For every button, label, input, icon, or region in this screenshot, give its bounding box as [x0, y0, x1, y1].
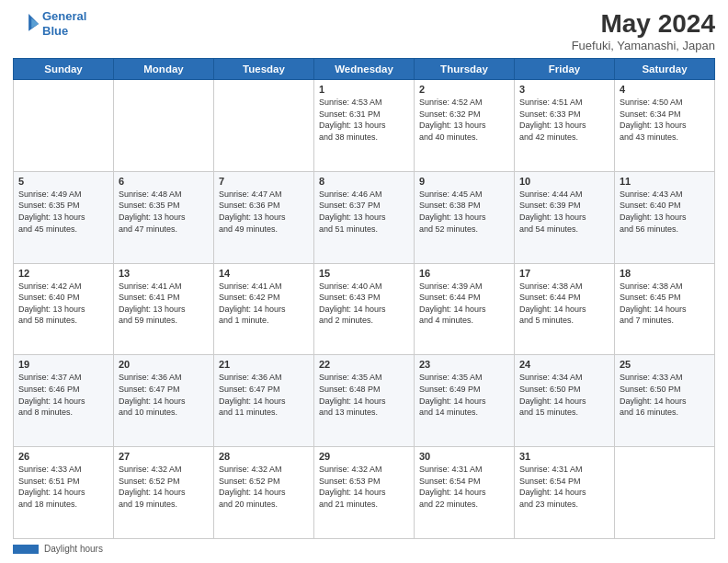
weekday-saturday: Saturday [615, 59, 715, 80]
day-number: 17 [519, 268, 609, 279]
day-info: Sunrise: 4:35 AM Sunset: 6:49 PM Dayligh… [419, 372, 509, 418]
day-number: 7 [219, 176, 309, 187]
day-info: Sunrise: 4:48 AM Sunset: 6:35 PM Dayligh… [119, 189, 209, 235]
day-info: Sunrise: 4:44 AM Sunset: 6:39 PM Dayligh… [519, 189, 609, 235]
calendar-cell: 16Sunrise: 4:39 AM Sunset: 6:44 PM Dayli… [415, 263, 515, 355]
day-number: 30 [419, 451, 509, 462]
day-info: Sunrise: 4:53 AM Sunset: 6:31 PM Dayligh… [319, 97, 409, 143]
day-info: Sunrise: 4:41 AM Sunset: 6:42 PM Dayligh… [219, 281, 309, 327]
calendar-cell: 27Sunrise: 4:32 AM Sunset: 6:52 PM Dayli… [114, 447, 214, 539]
calendar-cell [615, 447, 715, 539]
calendar-cell: 9Sunrise: 4:45 AM Sunset: 6:38 PM Daylig… [415, 171, 515, 263]
day-info: Sunrise: 4:43 AM Sunset: 6:40 PM Dayligh… [620, 189, 710, 235]
calendar-cell: 20Sunrise: 4:36 AM Sunset: 6:47 PM Dayli… [114, 355, 214, 447]
calendar-cell: 26Sunrise: 4:33 AM Sunset: 6:51 PM Dayli… [14, 447, 114, 539]
calendar-cell: 1Sunrise: 4:53 AM Sunset: 6:31 PM Daylig… [314, 80, 415, 172]
calendar-cell: 13Sunrise: 4:41 AM Sunset: 6:41 PM Dayli… [114, 263, 214, 355]
day-info: Sunrise: 4:41 AM Sunset: 6:41 PM Dayligh… [119, 281, 209, 327]
calendar-cell: 18Sunrise: 4:38 AM Sunset: 6:45 PM Dayli… [615, 263, 715, 355]
day-number: 19 [18, 359, 108, 370]
day-info: Sunrise: 4:34 AM Sunset: 6:50 PM Dayligh… [519, 372, 609, 418]
title-block: May 2024 Fuefuki, Yamanashi, Japan [572, 9, 715, 52]
day-info: Sunrise: 4:38 AM Sunset: 6:44 PM Dayligh… [519, 281, 609, 327]
day-number: 8 [319, 176, 409, 187]
calendar-cell: 15Sunrise: 4:40 AM Sunset: 6:43 PM Dayli… [314, 263, 415, 355]
calendar-cell: 23Sunrise: 4:35 AM Sunset: 6:49 PM Dayli… [415, 355, 515, 447]
calendar-cell: 30Sunrise: 4:31 AM Sunset: 6:54 PM Dayli… [415, 447, 515, 539]
day-number: 2 [419, 84, 509, 95]
week-row-0: 1Sunrise: 4:53 AM Sunset: 6:31 PM Daylig… [14, 80, 715, 172]
day-number: 18 [620, 268, 710, 279]
week-row-4: 26Sunrise: 4:33 AM Sunset: 6:51 PM Dayli… [14, 447, 715, 539]
calendar-cell: 10Sunrise: 4:44 AM Sunset: 6:39 PM Dayli… [515, 171, 615, 263]
day-number: 11 [620, 176, 710, 187]
day-info: Sunrise: 4:31 AM Sunset: 6:54 PM Dayligh… [419, 464, 509, 510]
day-info: Sunrise: 4:31 AM Sunset: 6:54 PM Dayligh… [519, 464, 609, 510]
footer: Daylight hours [13, 544, 715, 554]
calendar-cell: 6Sunrise: 4:48 AM Sunset: 6:35 PM Daylig… [114, 171, 214, 263]
day-info: Sunrise: 4:49 AM Sunset: 6:35 PM Dayligh… [18, 189, 108, 235]
day-info: Sunrise: 4:36 AM Sunset: 6:47 PM Dayligh… [119, 372, 209, 418]
day-number: 31 [519, 451, 609, 462]
day-number: 25 [620, 359, 710, 370]
day-info: Sunrise: 4:38 AM Sunset: 6:45 PM Dayligh… [620, 281, 710, 327]
footer-bar-icon [13, 545, 39, 554]
calendar-cell: 29Sunrise: 4:32 AM Sunset: 6:53 PM Dayli… [314, 447, 415, 539]
day-info: Sunrise: 4:32 AM Sunset: 6:52 PM Dayligh… [119, 464, 209, 510]
day-number: 27 [119, 451, 209, 462]
calendar-cell: 8Sunrise: 4:46 AM Sunset: 6:37 PM Daylig… [314, 171, 415, 263]
day-number: 24 [519, 359, 609, 370]
logo-line1: General [42, 9, 86, 23]
day-number: 6 [119, 176, 209, 187]
logo-icon [13, 11, 39, 37]
location: Fuefuki, Yamanashi, Japan [572, 39, 715, 52]
weekday-wednesday: Wednesday [314, 59, 415, 80]
day-number: 26 [18, 451, 108, 462]
day-number: 13 [119, 268, 209, 279]
day-number: 12 [18, 268, 108, 279]
calendar-cell: 25Sunrise: 4:33 AM Sunset: 6:50 PM Dayli… [615, 355, 715, 447]
calendar-cell: 3Sunrise: 4:51 AM Sunset: 6:33 PM Daylig… [515, 80, 615, 172]
week-row-1: 5Sunrise: 4:49 AM Sunset: 6:35 PM Daylig… [14, 171, 715, 263]
day-info: Sunrise: 4:40 AM Sunset: 6:43 PM Dayligh… [319, 281, 409, 327]
weekday-monday: Monday [114, 59, 214, 80]
calendar-cell: 24Sunrise: 4:34 AM Sunset: 6:50 PM Dayli… [515, 355, 615, 447]
day-number: 23 [419, 359, 509, 370]
day-info: Sunrise: 4:50 AM Sunset: 6:34 PM Dayligh… [620, 97, 710, 143]
day-info: Sunrise: 4:39 AM Sunset: 6:44 PM Dayligh… [419, 281, 509, 327]
day-info: Sunrise: 4:52 AM Sunset: 6:32 PM Dayligh… [419, 97, 509, 143]
calendar-cell: 28Sunrise: 4:32 AM Sunset: 6:52 PM Dayli… [214, 447, 314, 539]
calendar-cell: 7Sunrise: 4:47 AM Sunset: 6:36 PM Daylig… [214, 171, 314, 263]
month-title: May 2024 [572, 9, 715, 39]
calendar-cell: 31Sunrise: 4:31 AM Sunset: 6:54 PM Dayli… [515, 447, 615, 539]
footer-label: Daylight hours [44, 544, 103, 554]
calendar-cell [214, 80, 314, 172]
day-number: 20 [119, 359, 209, 370]
day-info: Sunrise: 4:45 AM Sunset: 6:38 PM Dayligh… [419, 189, 509, 235]
day-number: 5 [18, 176, 108, 187]
day-info: Sunrise: 4:47 AM Sunset: 6:36 PM Dayligh… [219, 189, 309, 235]
weekday-sunday: Sunday [14, 59, 114, 80]
calendar-cell: 5Sunrise: 4:49 AM Sunset: 6:35 PM Daylig… [14, 171, 114, 263]
calendar-cell [114, 80, 214, 172]
day-info: Sunrise: 4:37 AM Sunset: 6:46 PM Dayligh… [18, 372, 108, 418]
weekday-friday: Friday [515, 59, 615, 80]
page: General Blue May 2024 Fuefuki, Yamanashi… [0, 0, 728, 563]
day-number: 28 [219, 451, 309, 462]
day-info: Sunrise: 4:33 AM Sunset: 6:51 PM Dayligh… [18, 464, 108, 510]
weekday-thursday: Thursday [415, 59, 515, 80]
day-number: 4 [620, 84, 710, 95]
day-number: 10 [519, 176, 609, 187]
calendar-cell: 12Sunrise: 4:42 AM Sunset: 6:40 PM Dayli… [14, 263, 114, 355]
calendar-cell: 17Sunrise: 4:38 AM Sunset: 6:44 PM Dayli… [515, 263, 615, 355]
day-number: 29 [319, 451, 409, 462]
calendar-cell: 21Sunrise: 4:36 AM Sunset: 6:47 PM Dayli… [214, 355, 314, 447]
day-info: Sunrise: 4:36 AM Sunset: 6:47 PM Dayligh… [219, 372, 309, 418]
week-row-2: 12Sunrise: 4:42 AM Sunset: 6:40 PM Dayli… [14, 263, 715, 355]
calendar-cell: 19Sunrise: 4:37 AM Sunset: 6:46 PM Dayli… [14, 355, 114, 447]
calendar-table: SundayMondayTuesdayWednesdayThursdayFrid… [13, 58, 715, 539]
logo-line2: Blue [42, 24, 68, 38]
day-info: Sunrise: 4:42 AM Sunset: 6:40 PM Dayligh… [18, 281, 108, 327]
day-info: Sunrise: 4:33 AM Sunset: 6:50 PM Dayligh… [620, 372, 710, 418]
calendar-cell [14, 80, 114, 172]
